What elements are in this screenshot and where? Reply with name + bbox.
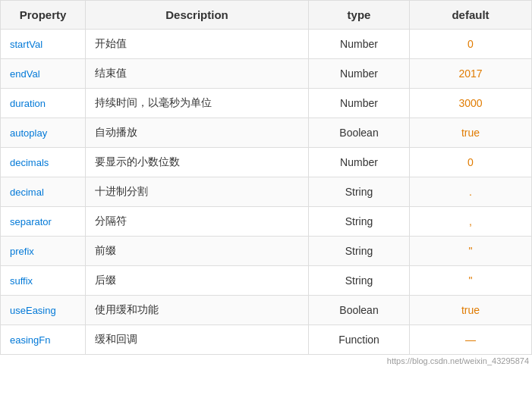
cell-property: decimal (1, 177, 86, 207)
table-row: autoplay自动播放Booleantrue (1, 118, 532, 148)
header-default: default (410, 1, 532, 30)
table-row: suffix后缀String" (1, 266, 532, 296)
header-type: type (309, 1, 410, 30)
cell-description: 结束值 (86, 59, 309, 89)
cell-property: duration (1, 89, 86, 118)
cell-default: true (410, 118, 532, 148)
cell-description: 使用缓和功能 (86, 296, 309, 325)
header-description: Description (86, 1, 309, 30)
cell-default: 3000 (410, 89, 532, 118)
cell-property: endVal (1, 59, 86, 89)
cell-default: — (410, 325, 532, 355)
cell-type: Number (309, 148, 410, 177)
table-row: duration持续时间，以毫秒为单位Number3000 (1, 89, 532, 118)
properties-table: Property Description type default startV… (0, 0, 532, 355)
cell-type: Number (309, 30, 410, 59)
cell-property: startVal (1, 30, 86, 59)
cell-description: 持续时间，以毫秒为单位 (86, 89, 309, 118)
cell-description: 自动播放 (86, 118, 309, 148)
cell-type: String (309, 177, 410, 207)
cell-default: . (410, 177, 532, 207)
cell-default: 0 (410, 30, 532, 59)
table-row: endVal结束值Number2017 (1, 59, 532, 89)
cell-description: 开始值 (86, 30, 309, 59)
cell-default: 0 (410, 148, 532, 177)
cell-type: String (309, 237, 410, 266)
cell-default: " (410, 266, 532, 296)
cell-default: , (410, 207, 532, 237)
table-row: startVal开始值Number0 (1, 30, 532, 59)
table-row: useEasing使用缓和功能Booleantrue (1, 296, 532, 325)
cell-type: Boolean (309, 118, 410, 148)
cell-property: decimals (1, 148, 86, 177)
cell-property: useEasing (1, 296, 86, 325)
table-row: prefix前缀String" (1, 237, 532, 266)
cell-property: prefix (1, 237, 86, 266)
cell-property: autoplay (1, 118, 86, 148)
cell-description: 缓和回调 (86, 325, 309, 355)
cell-default: " (410, 237, 532, 266)
cell-property: easingFn (1, 325, 86, 355)
cell-default: 2017 (410, 59, 532, 89)
cell-description: 前缀 (86, 237, 309, 266)
cell-property: separator (1, 207, 86, 237)
table-row: decimals要显示的小数位数Number0 (1, 148, 532, 177)
cell-type: Function (309, 325, 410, 355)
header-property: Property (1, 1, 86, 30)
table-row: easingFn缓和回调Function— (1, 325, 532, 355)
cell-description: 分隔符 (86, 207, 309, 237)
cell-description: 十进制分割 (86, 177, 309, 207)
cell-type: Boolean (309, 296, 410, 325)
cell-property: suffix (1, 266, 86, 296)
table-row: decimal十进制分割String. (1, 177, 532, 207)
cell-type: Number (309, 89, 410, 118)
cell-description: 后缀 (86, 266, 309, 296)
watermark: https://blog.csdn.net/weixin_43295874 (0, 355, 532, 367)
cell-type: String (309, 207, 410, 237)
cell-description: 要显示的小数位数 (86, 148, 309, 177)
table-row: separator分隔符String, (1, 207, 532, 237)
cell-default: true (410, 296, 532, 325)
cell-type: Number (309, 59, 410, 89)
cell-type: String (309, 266, 410, 296)
